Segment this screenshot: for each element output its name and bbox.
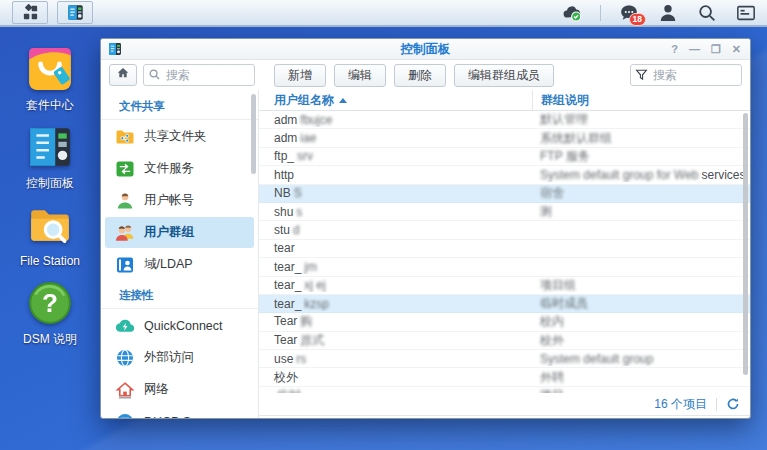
desktop-icon-label: 套件中心 — [26, 97, 74, 114]
cell-group-name: stud — [259, 223, 532, 237]
sidebar-item-label: 用户群组 — [144, 224, 194, 241]
package-center-icon — [27, 46, 73, 92]
cell-group-description — [532, 223, 750, 237]
sidebar-section-header[interactable]: 文件共享 — [101, 92, 258, 120]
table-row[interactable]: Tear购 校内 — [259, 313, 750, 331]
cell-group-description: 项目组 — [532, 277, 750, 294]
table-row[interactable]: admfbujce 默认管理 — [259, 111, 750, 129]
refresh-button[interactable] — [726, 397, 740, 411]
sidebar-item-label: DHCP Server — [144, 415, 219, 419]
table-row[interactable]: tear — [259, 240, 750, 258]
filter-icon — [635, 68, 648, 81]
table-header: 用户组名称 群组说明 — [259, 90, 750, 111]
table-row[interactable]: admiae 系统默认群组 — [259, 129, 750, 147]
table-scrollbar[interactable] — [743, 113, 748, 375]
global-search-button[interactable] — [696, 2, 718, 24]
add-button[interactable]: 新增 — [274, 64, 326, 87]
help-button[interactable]: ? — [671, 44, 678, 55]
desktop-icon-file-station[interactable]: File Station — [0, 203, 100, 268]
sidebar-section-label: 文件共享 — [119, 99, 165, 114]
cell-group-name: Tear购 — [259, 313, 532, 330]
item-count: 16 个项目 — [654, 396, 707, 413]
window-titlebar[interactable]: 控制面板 ? — ❐ ✕ — [101, 39, 750, 60]
sidebar-section-header[interactable]: 连接性 — [101, 281, 258, 309]
table-row[interactable]: 校外 外聘 — [259, 368, 750, 386]
table-row[interactable]: tear_jm — [259, 258, 750, 276]
desktop-icon-dsm-help[interactable]: ? DSM 说明 — [0, 280, 100, 348]
sidebar-item-user-account[interactable]: 用户帐号 — [105, 185, 254, 216]
toolbar: 新增编辑删除编辑群组成员 — [101, 60, 750, 90]
table-row[interactable]: Tear原式 校外 — [259, 332, 750, 350]
edit-button[interactable]: 编辑 — [334, 64, 386, 87]
sidebar-scrollbar[interactable] — [251, 94, 256, 174]
sidebar-item-network[interactable]: 网络 — [105, 374, 254, 405]
sidebar-item-shared-folder[interactable]: 共享文件夹 — [105, 121, 254, 152]
home-icon — [116, 66, 130, 84]
sync-status-button[interactable] — [561, 2, 583, 24]
table-row[interactable]: stud — [259, 221, 750, 239]
taskbar-divider — [600, 5, 601, 21]
sidebar-item-label: 共享文件夹 — [144, 128, 207, 145]
table-row[interactable]: NBS 宿舍 — [259, 185, 750, 203]
sidebar-section-label: 连接性 — [119, 288, 154, 303]
dhcp-server-icon — [115, 412, 135, 419]
table-row[interactable]: users System default group — [259, 350, 750, 368]
table-row[interactable]: ftp_srv FTP 服务 — [259, 148, 750, 166]
table-row[interactable]: tear_xj ej 项目组 — [259, 277, 750, 295]
sort-ascending-icon — [339, 98, 347, 103]
cell-group-description: System default group for Webservices — [532, 168, 750, 182]
desktop-icon-label: 控制面板 — [26, 175, 74, 192]
sidebar: 文件共享 共享文件夹 文件服务 用户帐号 用户群组 域/LDAP 连接性 Qui… — [101, 90, 259, 418]
sidebar-item-domain-ldap[interactable]: 域/LDAP — [105, 249, 254, 280]
cell-group-description: 系统默认群组 — [532, 130, 750, 147]
cell-group-description: 校外 — [532, 332, 750, 349]
svg-text:?: ? — [42, 288, 58, 318]
sidebar-item-external-access[interactable]: 外部访问 — [105, 342, 254, 373]
desktop-icon-label: File Station — [20, 254, 80, 268]
sidebar-section: 文件共享 共享文件夹 文件服务 用户帐号 用户群组 域/LDAP — [101, 92, 258, 280]
group-table: 用户组名称 群组说明 admfbujce 默认管理 admiae 系统默认群组 … — [259, 90, 750, 418]
filter-search — [630, 64, 742, 86]
home-button[interactable] — [109, 64, 137, 86]
table-footer: 16 个项目 — [259, 393, 750, 415]
widgets-button[interactable] — [735, 2, 757, 24]
cell-group-name: NBS — [259, 186, 532, 200]
notifications-button[interactable]: 18 — [618, 2, 640, 24]
main-menu-icon — [22, 4, 39, 21]
sidebar-item-user-group[interactable]: 用户群组 — [105, 217, 254, 248]
delete-button[interactable]: 删除 — [394, 64, 446, 87]
table-row[interactable]: shus 测 — [259, 203, 750, 221]
column-header-group-description[interactable]: 群组说明 — [532, 90, 750, 110]
maximize-button[interactable]: ❐ — [711, 44, 721, 55]
edit-group-members-button[interactable]: 编辑群组成员 — [454, 64, 554, 87]
taskbar-control-panel-button[interactable] — [57, 1, 93, 24]
cell-group-description: 测 — [532, 203, 750, 220]
window-bottom-strip — [259, 415, 750, 419]
cell-group-name: shus — [259, 205, 532, 219]
sidebar-item-dhcp-server[interactable]: DHCP Server — [105, 406, 254, 418]
minimize-button[interactable]: — — [689, 44, 700, 55]
taskbar: 18 — [0, 0, 767, 27]
sidebar-item-quickconnect[interactable]: QuickConnect — [105, 310, 254, 341]
user-menu-button[interactable] — [657, 2, 679, 24]
quickconnect-icon — [115, 316, 135, 336]
toolbar-buttons: 新增编辑删除编辑群组成员 — [274, 64, 554, 87]
desktop-icon-package-center[interactable]: 套件中心 — [0, 46, 100, 114]
cell-group-name: users — [259, 352, 532, 366]
footer-divider — [716, 398, 717, 411]
cell-group-name: ftp_srv — [259, 149, 532, 163]
main-menu-button[interactable] — [12, 1, 48, 24]
sidebar-item-file-services[interactable]: 文件服务 — [105, 153, 254, 184]
sidebar-section: 连接性 QuickConnect 外部访问 网络 DHCP Server — [101, 281, 258, 418]
sidebar-item-label: 网络 — [144, 381, 169, 398]
close-button[interactable]: ✕ — [732, 44, 741, 55]
column-header-group-name[interactable]: 用户组名称 — [259, 92, 532, 109]
user-account-icon — [115, 191, 135, 211]
table-row[interactable]: http System default group for Webservice… — [259, 166, 750, 184]
table-row[interactable]: tear_kzsp 临时成员 — [259, 295, 750, 313]
cell-group-name: tear — [259, 241, 532, 255]
sidebar-item-label: 用户帐号 — [144, 192, 194, 209]
cell-group-description: FTP 服务 — [532, 148, 750, 165]
desktop-icon-control-panel[interactable]: 控制面板 — [0, 124, 100, 192]
desktop-icon-label: DSM 说明 — [23, 331, 77, 348]
